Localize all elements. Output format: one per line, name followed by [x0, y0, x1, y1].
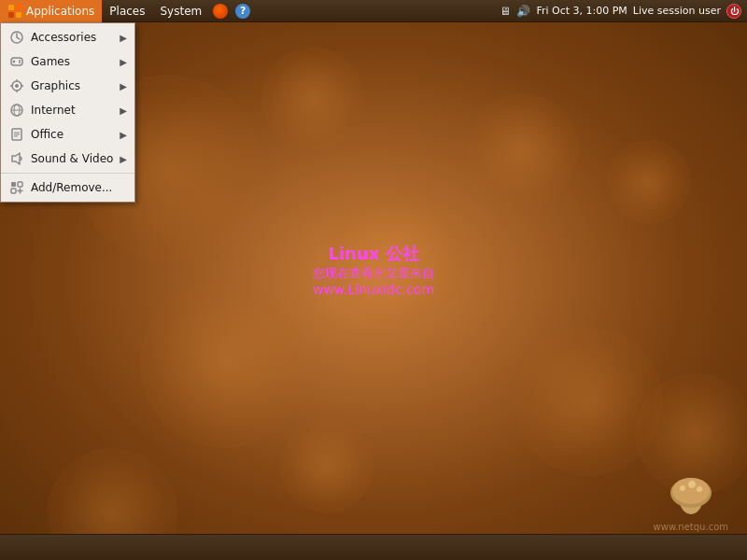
firefox-button[interactable]	[209, 0, 232, 22]
svg-rect-33	[11, 189, 16, 193]
system-menu[interactable]: System	[152, 0, 209, 22]
applications-icon	[7, 4, 22, 19]
bottom-panel	[0, 534, 747, 560]
svg-rect-11	[11, 58, 22, 65]
datetime-display: Fri Oct 3, 1:00 PM	[536, 5, 627, 17]
system-tray: 🖥 🔊 Fri Oct 3, 1:00 PM Live session user…	[494, 4, 747, 19]
watermark-line1: Linux 公社	[313, 243, 434, 265]
svg-point-4	[688, 481, 696, 488]
monitor-tray-icon[interactable]: 🖥	[500, 5, 511, 18]
sound-video-icon	[8, 150, 25, 167]
top-panel: Applications Places System ? 🖥 🔊 Fri Oct…	[0, 0, 747, 22]
svg-point-16	[19, 62, 21, 63]
session-user-label: Live session user	[633, 5, 721, 17]
system-label: System	[160, 5, 202, 18]
graphics-arrow: ▶	[120, 81, 127, 91]
games-label: Games	[31, 55, 120, 68]
games-icon	[8, 53, 25, 70]
internet-icon	[8, 102, 25, 119]
accessories-label: Accessories	[31, 31, 120, 44]
places-menu[interactable]: Places	[102, 0, 152, 22]
menubar: Applications Places System ?	[0, 0, 254, 22]
svg-rect-9	[16, 12, 21, 18]
svg-point-3	[680, 485, 685, 491]
speaker-tray-icon[interactable]: 🔊	[516, 5, 530, 18]
svg-point-15	[19, 60, 21, 62]
menu-item-sound-video[interactable]: Sound & Video ▶	[1, 147, 134, 171]
menu-item-games[interactable]: Games ▶	[1, 49, 134, 74]
svg-rect-8	[8, 12, 14, 18]
menu-item-office[interactable]: Office ▶	[1, 122, 134, 147]
accessories-icon	[8, 29, 25, 46]
applications-label: Applications	[26, 5, 94, 18]
watermark-line3: www.Linuxidc.com	[313, 282, 434, 297]
firefox-icon	[213, 4, 228, 19]
office-icon	[8, 126, 25, 143]
graphics-icon	[8, 77, 25, 94]
help-icon: ?	[235, 4, 250, 19]
bottom-logo: www.netqu.com	[654, 472, 728, 532]
watermark: Linux 公社 您现在查看的文章来自 www.Linuxidc.com	[313, 243, 434, 297]
mushroom-icon	[668, 472, 714, 519]
add-remove-icon	[8, 179, 25, 196]
svg-rect-6	[8, 5, 14, 10]
menu-item-add-remove[interactable]: Add/Remove...	[1, 175, 134, 200]
svg-rect-32	[18, 182, 22, 187]
menu-separator	[1, 173, 134, 174]
svg-rect-31	[11, 182, 16, 187]
accessories-arrow: ▶	[120, 33, 127, 43]
menu-item-internet[interactable]: Internet ▶	[1, 98, 134, 122]
games-arrow: ▶	[120, 57, 127, 67]
watermark-line2: 您现在查看的文章来自	[313, 265, 434, 282]
internet-arrow: ▶	[120, 105, 127, 116]
office-arrow: ▶	[120, 130, 127, 140]
places-label: Places	[109, 5, 145, 18]
svg-marker-30	[12, 153, 20, 164]
svg-rect-7	[16, 5, 21, 10]
menu-item-accessories[interactable]: Accessories ▶	[1, 25, 134, 49]
menu-item-graphics[interactable]: Graphics ▶	[1, 74, 134, 98]
sound-video-label: Sound & Video	[31, 152, 120, 165]
app-dropdown: Accessories ▶ Games ▶	[0, 22, 135, 203]
graphics-label: Graphics	[31, 79, 120, 92]
applications-menu[interactable]: Applications	[0, 0, 102, 22]
sound-video-arrow: ▶	[120, 154, 127, 164]
svg-point-18	[15, 84, 19, 88]
help-button[interactable]: ?	[232, 0, 254, 22]
svg-point-5	[697, 486, 702, 492]
internet-label: Internet	[31, 104, 120, 117]
office-label: Office	[31, 128, 120, 141]
logo-text: www.netqu.com	[654, 522, 728, 532]
add-remove-label: Add/Remove...	[31, 181, 127, 194]
power-button[interactable]: ⏻	[726, 4, 741, 19]
